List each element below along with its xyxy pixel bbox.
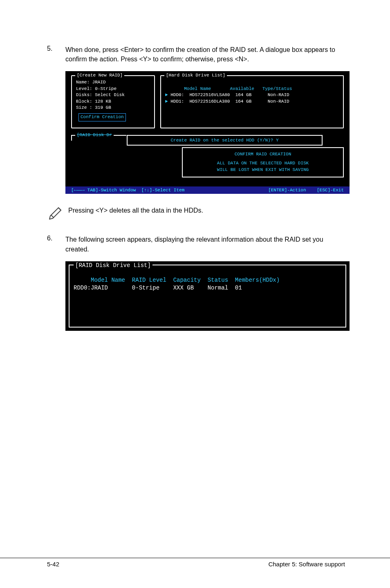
chapter-title: Chapter 5: Software support [268, 561, 345, 568]
raid-level-field: Level: 0-Stripe [76, 86, 150, 92]
confirm-warning-line-3: WILL BE LOST WHEN EXIT WITH SAVING [183, 167, 343, 173]
raid-block-field: Block: 128 KB [76, 99, 150, 105]
help-select-item: [↑↓]-Select Item [141, 188, 185, 193]
step-6-text: The following screen appears, displaying… [65, 235, 345, 254]
raid-disks-field: Disks: Select Disk [76, 92, 150, 98]
confirm-warning-box: CONFIRM RAID CREATION ALL DATA ON THE SE… [182, 147, 344, 177]
hdd-row-0: HDD0: HDS722516VLSA80 164 GB Non-RAID [170, 92, 289, 97]
step-6-number: 6. [47, 235, 65, 254]
confirm-warning-line-2: ALL DATA ON THE SELECTED HARD DISK [183, 160, 343, 167]
raid-disk-drive-panel-fragment: [RAID Disk Dr [71, 135, 126, 141]
note-text: Pressing <Y> deletes all the data in the… [68, 204, 203, 214]
hdd-table-header: Model Name Available Type/Status [165, 86, 292, 91]
help-enter-action: [ENTER]-Action [268, 188, 306, 193]
raid-disk-drive-list-title: [RAID Disk Drive List] [74, 262, 152, 269]
create-new-raid-panel: [Create New RAID] Name: JRAID Level: 0-S… [71, 75, 155, 128]
step-5-number: 5. [47, 45, 65, 64]
hard-disk-drive-list-panel: [Hard Disk Drive List] Model Name Availa… [160, 75, 344, 128]
raid-disk-drive-title-fragment: [RAID Disk Dr [75, 132, 114, 137]
help-switch-window: [←――→ TAB]-Switch Window [71, 188, 141, 193]
hdd-row-marker-icon: ► [165, 92, 168, 97]
page-number: 5-42 [47, 561, 59, 568]
raid-list-header: Model Name RAID Level Capacity Status Me… [74, 277, 280, 283]
hard-disk-drive-list-title: [Hard Disk Drive List] [164, 73, 227, 78]
confirm-warning-line-1: CONFIRM RAID CREATION [183, 151, 343, 158]
step-5-text: When done, press <Enter> to confirm the … [65, 45, 345, 64]
confirm-creation-button[interactable]: Confirm Creation [78, 113, 126, 121]
terminal-screenshot-2: [RAID Disk Drive List] Model Name RAID L… [65, 261, 350, 331]
raid-size-field: Size : 319 GB [76, 105, 150, 111]
create-new-raid-title: [Create New RAID] [75, 73, 124, 78]
page-footer: 5-42 Chapter 5: Software support [0, 558, 390, 568]
hdd-row-marker-icon: ► [165, 99, 168, 104]
terminal-screenshot-1: [Create New RAID] Name: JRAID Level: 0-S… [65, 71, 350, 194]
help-esc-exit: [ESC]-Exit [317, 188, 344, 193]
raid-name-field: Name: JRAID [76, 79, 150, 85]
help-bar: [←――→ TAB]-Switch Window [↑↓]-Select Ite… [65, 186, 350, 194]
raid-list-row-0: RDD0:JRAID 0-Stripe XXX GB Normal 01 [74, 285, 242, 291]
note-pencil-icon [48, 204, 68, 222]
hdd-row-1: HDD1: HDS722516DLA380 164 GB Non-RAID [170, 99, 289, 104]
confirm-dialog[interactable]: Create RAID on the selected HDD (Y/N)? Y [127, 135, 323, 146]
raid-disk-drive-list-panel: [RAID Disk Drive List] Model Name RAID L… [69, 265, 346, 328]
